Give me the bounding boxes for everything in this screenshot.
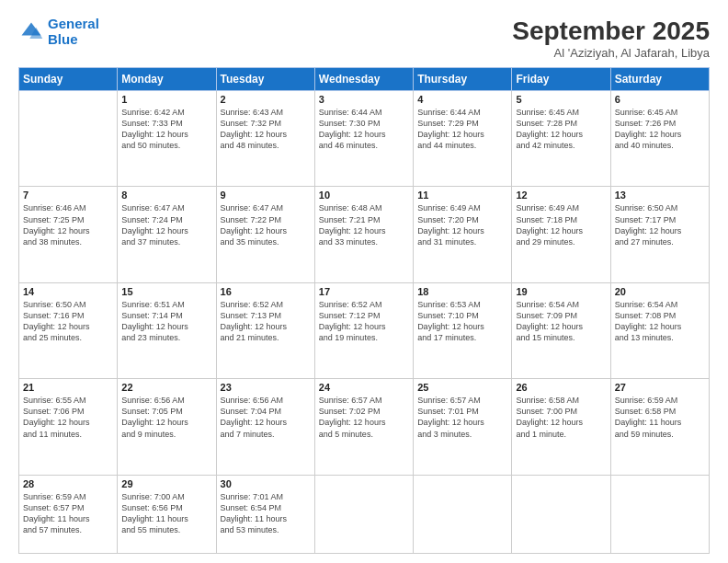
calendar-cell: 10Sunrise: 6:48 AM Sunset: 7:21 PM Dayli… — [314, 187, 413, 282]
calendar-cell: 12Sunrise: 6:49 AM Sunset: 7:18 PM Dayli… — [512, 187, 610, 282]
calendar-cell: 3Sunrise: 6:44 AM Sunset: 7:30 PM Daylig… — [314, 91, 413, 187]
calendar-cell: 22Sunrise: 6:56 AM Sunset: 7:05 PM Dayli… — [118, 379, 216, 475]
calendar-week: 7Sunrise: 6:46 AM Sunset: 7:25 PM Daylig… — [19, 187, 710, 282]
calendar-cell: 11Sunrise: 6:49 AM Sunset: 7:20 PM Dayli… — [414, 187, 512, 282]
day-number: 30 — [221, 478, 311, 489]
day-number: 7 — [23, 190, 113, 201]
day-info: Sunrise: 6:44 AM Sunset: 7:29 PM Dayligh… — [417, 107, 507, 152]
day-number: 10 — [319, 190, 409, 201]
calendar-cell: 14Sunrise: 6:50 AM Sunset: 7:16 PM Dayli… — [19, 282, 118, 378]
calendar-cell: 13Sunrise: 6:50 AM Sunset: 7:17 PM Dayli… — [610, 187, 709, 282]
calendar-cell: 23Sunrise: 6:56 AM Sunset: 7:04 PM Dayli… — [216, 379, 314, 475]
calendar-week: 28Sunrise: 6:59 AM Sunset: 6:57 PM Dayli… — [19, 475, 710, 553]
day-number: 3 — [319, 94, 409, 105]
day-info: Sunrise: 6:52 AM Sunset: 7:13 PM Dayligh… — [221, 299, 311, 344]
day-number: 19 — [516, 286, 606, 297]
day-number: 28 — [23, 478, 113, 489]
month-title: September 2025 — [512, 17, 710, 46]
calendar-cell: 21Sunrise: 6:55 AM Sunset: 7:06 PM Dayli… — [19, 379, 118, 475]
calendar-cell: 15Sunrise: 6:51 AM Sunset: 7:14 PM Dayli… — [118, 282, 216, 378]
day-number: 16 — [221, 286, 311, 297]
weekday-header: Saturday — [610, 68, 709, 91]
calendar-cell — [414, 475, 512, 553]
day-number: 20 — [615, 286, 705, 297]
day-number: 9 — [221, 190, 311, 201]
calendar-week: 21Sunrise: 6:55 AM Sunset: 7:06 PM Dayli… — [19, 379, 710, 475]
calendar-cell — [610, 475, 709, 553]
logo-text: General Blue — [48, 17, 99, 47]
day-number: 27 — [615, 382, 705, 393]
day-number: 14 — [23, 286, 113, 297]
day-number: 4 — [417, 94, 507, 105]
location: Al 'Aziziyah, Al Jafarah, Libya — [512, 46, 710, 60]
day-number: 12 — [516, 190, 606, 201]
calendar-cell: 27Sunrise: 6:59 AM Sunset: 6:58 PM Dayli… — [610, 379, 709, 475]
calendar-cell: 30Sunrise: 7:01 AM Sunset: 6:54 PM Dayli… — [216, 475, 314, 553]
day-number: 5 — [516, 94, 606, 105]
day-number: 23 — [221, 382, 311, 393]
day-number: 25 — [417, 382, 507, 393]
day-info: Sunrise: 6:54 AM Sunset: 7:08 PM Dayligh… — [615, 299, 705, 344]
day-number: 1 — [121, 94, 211, 105]
calendar-week: 1Sunrise: 6:42 AM Sunset: 7:33 PM Daylig… — [19, 91, 710, 187]
day-info: Sunrise: 6:50 AM Sunset: 7:16 PM Dayligh… — [23, 299, 113, 344]
day-info: Sunrise: 6:56 AM Sunset: 7:04 PM Dayligh… — [221, 395, 311, 440]
day-info: Sunrise: 6:55 AM Sunset: 7:06 PM Dayligh… — [23, 395, 113, 440]
day-info: Sunrise: 6:57 AM Sunset: 7:01 PM Dayligh… — [417, 395, 507, 440]
day-info: Sunrise: 6:42 AM Sunset: 7:33 PM Dayligh… — [121, 107, 211, 152]
calendar-cell: 18Sunrise: 6:53 AM Sunset: 7:10 PM Dayli… — [414, 282, 512, 378]
weekday-header: Tuesday — [216, 68, 314, 91]
day-number: 11 — [417, 190, 507, 201]
day-info: Sunrise: 6:45 AM Sunset: 7:26 PM Dayligh… — [615, 107, 705, 152]
calendar-cell: 9Sunrise: 6:47 AM Sunset: 7:22 PM Daylig… — [216, 187, 314, 282]
calendar-cell: 8Sunrise: 6:47 AM Sunset: 7:24 PM Daylig… — [118, 187, 216, 282]
calendar-cell: 17Sunrise: 6:52 AM Sunset: 7:12 PM Dayli… — [314, 282, 413, 378]
day-info: Sunrise: 6:52 AM Sunset: 7:12 PM Dayligh… — [319, 299, 409, 344]
header: General Blue September 2025 Al 'Aziziyah… — [18, 17, 710, 60]
day-number: 15 — [121, 286, 211, 297]
day-number: 2 — [221, 94, 311, 105]
day-info: Sunrise: 6:44 AM Sunset: 7:30 PM Dayligh… — [319, 107, 409, 152]
calendar-cell: 1Sunrise: 6:42 AM Sunset: 7:33 PM Daylig… — [118, 91, 216, 187]
calendar-cell: 6Sunrise: 6:45 AM Sunset: 7:26 PM Daylig… — [610, 91, 709, 187]
day-info: Sunrise: 6:47 AM Sunset: 7:22 PM Dayligh… — [221, 202, 311, 247]
day-number: 21 — [23, 382, 113, 393]
day-info: Sunrise: 7:00 AM Sunset: 6:56 PM Dayligh… — [121, 491, 211, 536]
day-info: Sunrise: 6:46 AM Sunset: 7:25 PM Dayligh… — [23, 202, 113, 247]
day-info: Sunrise: 6:48 AM Sunset: 7:21 PM Dayligh… — [319, 202, 409, 247]
day-number: 17 — [319, 286, 409, 297]
calendar-cell: 24Sunrise: 6:57 AM Sunset: 7:02 PM Dayli… — [314, 379, 413, 475]
day-info: Sunrise: 6:57 AM Sunset: 7:02 PM Dayligh… — [319, 395, 409, 440]
day-info: Sunrise: 6:53 AM Sunset: 7:10 PM Dayligh… — [417, 299, 507, 344]
day-info: Sunrise: 6:49 AM Sunset: 7:18 PM Dayligh… — [516, 202, 606, 247]
calendar-cell: 26Sunrise: 6:58 AM Sunset: 7:00 PM Dayli… — [512, 379, 610, 475]
day-info: Sunrise: 6:51 AM Sunset: 7:14 PM Dayligh… — [121, 299, 211, 344]
calendar-cell: 2Sunrise: 6:43 AM Sunset: 7:32 PM Daylig… — [216, 91, 314, 187]
calendar-cell: 25Sunrise: 6:57 AM Sunset: 7:01 PM Dayli… — [414, 379, 512, 475]
day-info: Sunrise: 6:45 AM Sunset: 7:28 PM Dayligh… — [516, 107, 606, 152]
title-block: September 2025 Al 'Aziziyah, Al Jafarah,… — [512, 17, 710, 60]
day-info: Sunrise: 6:49 AM Sunset: 7:20 PM Dayligh… — [417, 202, 507, 247]
calendar-cell — [314, 475, 413, 553]
page: General Blue September 2025 Al 'Aziziyah… — [0, 0, 728, 563]
day-info: Sunrise: 6:59 AM Sunset: 6:58 PM Dayligh… — [615, 395, 705, 440]
calendar-week: 14Sunrise: 6:50 AM Sunset: 7:16 PM Dayli… — [19, 282, 710, 378]
day-number: 13 — [615, 190, 705, 201]
day-number: 24 — [319, 382, 409, 393]
calendar-cell: 4Sunrise: 6:44 AM Sunset: 7:29 PM Daylig… — [414, 91, 512, 187]
calendar-cell: 19Sunrise: 6:54 AM Sunset: 7:09 PM Dayli… — [512, 282, 610, 378]
day-info: Sunrise: 6:59 AM Sunset: 6:57 PM Dayligh… — [23, 491, 113, 536]
weekday-header: Thursday — [414, 68, 512, 91]
weekday-header: Wednesday — [314, 68, 413, 91]
day-number: 22 — [121, 382, 211, 393]
day-info: Sunrise: 6:50 AM Sunset: 7:17 PM Dayligh… — [615, 202, 705, 247]
day-info: Sunrise: 7:01 AM Sunset: 6:54 PM Dayligh… — [221, 491, 311, 536]
day-info: Sunrise: 6:43 AM Sunset: 7:32 PM Dayligh… — [221, 107, 311, 152]
weekday-header: Sunday — [19, 68, 118, 91]
day-number: 8 — [121, 190, 211, 201]
calendar-cell — [512, 475, 610, 553]
calendar: SundayMondayTuesdayWednesdayThursdayFrid… — [18, 67, 710, 554]
day-info: Sunrise: 6:58 AM Sunset: 7:00 PM Dayligh… — [516, 395, 606, 440]
calendar-cell: 7Sunrise: 6:46 AM Sunset: 7:25 PM Daylig… — [19, 187, 118, 282]
calendar-cell: 29Sunrise: 7:00 AM Sunset: 6:56 PM Dayli… — [118, 475, 216, 553]
